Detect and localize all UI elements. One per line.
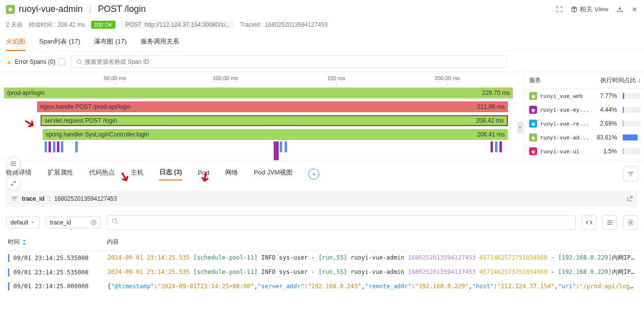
span-bar[interactable]: nginx.handle POST /prod-api/login211.86 … (37, 101, 508, 112)
header: ◉ ruoyi-vue-admin | POST /login 相关 View (0, 0, 644, 18)
log-search-input[interactable] (107, 215, 576, 230)
service-row[interactable]: ◉ ruoyi-vue-re... 2.69% (524, 117, 644, 131)
select-default[interactable]: default (6, 217, 40, 228)
service-name: ruoyi_vue_web (540, 93, 589, 99)
service-bar (623, 134, 641, 140)
chevron-down-icon (30, 220, 35, 225)
code-view-button[interactable] (582, 215, 596, 230)
svg-point-3 (630, 222, 632, 223)
dtab-pod[interactable]: Pod (198, 169, 209, 179)
search-icon (76, 58, 83, 65)
app-icon: ◉ (6, 5, 15, 14)
filter-row: ▲ Error Spans (0) (0, 51, 644, 72)
span-bar[interactable]: spring.handler SysLoginController.login2… (43, 129, 508, 140)
log-content: 2024-09-01 23:14:25.535 [schedule-pool-1… (107, 254, 636, 262)
log-row[interactable]: 09/01 23:14:25.000000{"@timestamp":"2024… (6, 279, 638, 293)
svg-point-1 (93, 222, 95, 223)
url-box: POST http://112.124.37.154:30080/lo... (121, 20, 234, 29)
service-icon: ◉ (529, 147, 537, 155)
service-row[interactable]: ◉ ruoyi-vue-ad... 83.61% (524, 131, 644, 144)
collapse-button[interactable] (6, 176, 21, 191)
service-name: ruoyi-vue-my... (540, 107, 589, 113)
export-icon[interactable] (616, 6, 623, 13)
service-bar (623, 148, 641, 154)
main-tabs: 火焰图 Span列表 (17) 瀑布图 (17) 服务调用关系 (0, 33, 644, 51)
svg-point-0 (77, 59, 81, 63)
service-bar (623, 93, 641, 99)
search-icon (111, 218, 118, 224)
duration: 持续时间 : 208.42 ms (29, 21, 85, 29)
log-content: 2024-09-01 23:14:25.535 [schedule-pool-1… (107, 268, 636, 276)
service-icon: ◉ (529, 106, 537, 114)
subheader: 2 天前 持续时间 : 208.42 ms 200 OK POST http:/… (0, 18, 644, 33)
dtab-ext-attrs[interactable]: 扩展属性 (48, 168, 73, 180)
gear-icon (91, 220, 97, 225)
dtab-jvm[interactable]: Pod JVM视图 (254, 168, 293, 180)
service-bar (623, 121, 641, 127)
tab-span-list[interactable]: Span列表 (17) (39, 33, 80, 51)
close-icon[interactable] (631, 6, 638, 13)
time-ago: 2 天前 (6, 21, 23, 29)
service-pct: 2.69% (592, 120, 617, 127)
dtab-code-hotspot[interactable]: 代码热点 (89, 168, 115, 180)
search-box[interactable] (71, 55, 507, 68)
service-pct: 4.44% (592, 106, 617, 113)
service-name: ruoyi-vue-ad... (540, 134, 589, 141)
select-field[interactable]: trace_id (46, 217, 101, 228)
list-toggle-button[interactable] (6, 156, 21, 171)
log-content: {"@timestamp":"2024-09-01T23:14:25+08:00… (107, 283, 636, 290)
add-tab-button[interactable]: + (308, 169, 319, 179)
dtab-logs[interactable]: 日志 (3) (159, 168, 182, 180)
log-row[interactable]: 09/01 23:14:25.5350002024-09-01 23:14:25… (6, 265, 638, 279)
service-icon: ◉ (529, 120, 537, 128)
log-timestamp: 09/01 23:14:25.535000 (13, 255, 107, 262)
log-row[interactable]: 09/01 23:14:25.5350002024-09-01 23:14:25… (6, 251, 638, 265)
list-view-button[interactable] (602, 215, 617, 230)
error-spans-toggle[interactable]: ▲ Error Spans (0) (6, 58, 65, 65)
services-header: 服务 (529, 76, 600, 85)
log-timestamp: 09/01 23:14:25.535000 (13, 269, 107, 276)
log-marker (8, 254, 9, 262)
span-bar[interactable]: /prod-api/login229.70 ms (4, 88, 513, 98)
col-time[interactable]: 时间 (8, 238, 107, 246)
span-bar-selected[interactable]: servlet.request POST /login208.42 ms (41, 115, 508, 126)
related-view-button[interactable]: 相关 View (571, 5, 608, 14)
trace-filter-bar: trace_id:1680252013594127453 (6, 190, 638, 207)
status-badge: 200 OK (91, 21, 115, 29)
open-external-icon[interactable] (626, 195, 633, 202)
services-panel: 服务 执行时间占比 ↓ ◉ ruoyi_vue_web 7.77% ◉ ruoy… (524, 72, 644, 161)
exec-time-header[interactable]: 执行时间占比 ↓ (600, 76, 641, 85)
sort-icon (22, 240, 27, 245)
error-spans-checkbox[interactable] (58, 58, 65, 65)
service-pct: 7.77% (592, 92, 617, 99)
panel-collapse-handle[interactable] (517, 122, 523, 133)
log-timestamp: 09/01 23:14:25.000000 (13, 283, 107, 290)
fullscreen-icon[interactable] (556, 6, 563, 13)
log-marker (8, 282, 9, 290)
mini-spans (4, 141, 513, 161)
flame-area: 50.00 ms 100.00 ms 150 ms 200.00 ms /pro… (0, 72, 524, 161)
service-row[interactable]: ◉ ruoyi-vue-my... 4.44% (524, 103, 644, 117)
service-pct: 1.5% (592, 148, 617, 155)
traceid: TraceId : 1680252013594127453 (240, 21, 328, 28)
service-name: ruoyi-vue-ui (540, 148, 589, 155)
warn-icon: ▲ (6, 58, 12, 65)
search-input[interactable] (85, 58, 502, 65)
dtab-network[interactable]: 网络 (225, 168, 238, 180)
tab-flame[interactable]: 火焰图 (6, 33, 25, 51)
filter-icon[interactable] (623, 167, 638, 181)
service-bar (623, 107, 641, 113)
service-name: ruoyi-vue-re... (540, 121, 589, 127)
tab-service-map[interactable]: 服务调用关系 (141, 33, 179, 51)
service-row[interactable]: ◉ ruoyi_vue_web 7.77% (524, 89, 644, 103)
service-row[interactable]: ◉ ruoyi-vue-ui 1.5% (524, 144, 644, 158)
service-icon: ◉ (529, 92, 537, 100)
page-title: ruoyi-vue-admin | POST /login (19, 4, 146, 14)
detail-tabs: 链路详情 扩展属性 代码热点 主机 日志 (3) Pod 网络 Pod JVM视… (0, 161, 644, 186)
tab-waterfall[interactable]: 瀑布图 (17) (94, 33, 127, 51)
filter-icon (11, 195, 18, 202)
dtab-host[interactable]: 主机 (131, 168, 144, 180)
flame-rows: /prod-api/login229.70 ms nginx.handle PO… (4, 86, 513, 141)
settings-button[interactable] (623, 215, 638, 230)
log-table: 时间 内容 09/01 23:14:25.5350002024-09-01 23… (0, 234, 644, 299)
